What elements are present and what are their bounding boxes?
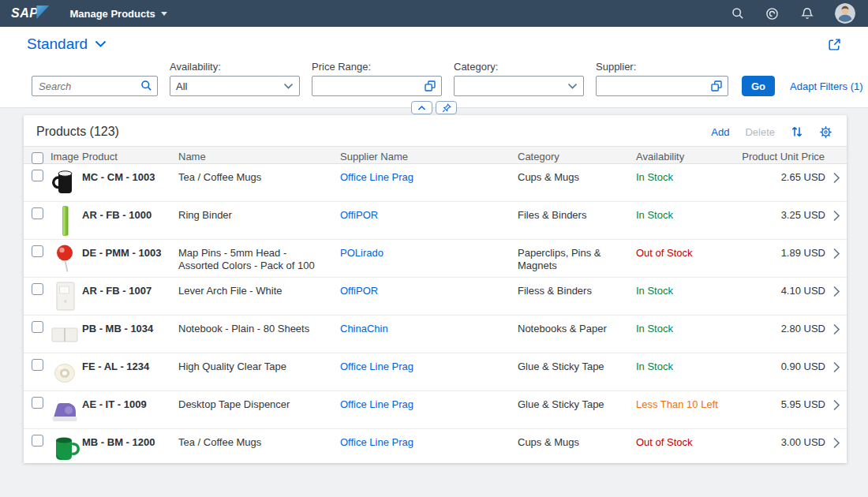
product-unit-price: 3.25 USD: [731, 202, 825, 239]
row-checkbox[interactable]: [32, 170, 43, 181]
product-image: [47, 240, 82, 277]
supplier-link[interactable]: Office Line Prag: [340, 398, 413, 410]
row-navigation-chevron-icon[interactable]: [825, 278, 847, 315]
availability-status: Out of Stock: [636, 240, 731, 277]
row-checkbox[interactable]: [32, 245, 43, 257]
table-row[interactable]: PB - MB - 1034Notebook - Plain - 80 Shee…: [24, 316, 847, 353]
product-unit-price: 1.89 USD: [731, 240, 825, 277]
column-header-product[interactable]: Product: [82, 151, 178, 163]
sort-icon[interactable]: [791, 125, 803, 138]
value-help-icon[interactable]: [711, 80, 722, 92]
column-header-price[interactable]: Product Unit Price: [731, 151, 847, 163]
product-category: Filess & Binders: [518, 278, 636, 315]
row-checkbox[interactable]: [32, 207, 43, 219]
row-checkbox[interactable]: [32, 283, 43, 295]
row-navigation-chevron-icon[interactable]: [825, 391, 847, 428]
supplier-link[interactable]: Office Line Prag: [340, 436, 413, 448]
row-checkbox[interactable]: [32, 397, 43, 409]
column-header-name[interactable]: Name: [178, 151, 340, 163]
row-checkbox[interactable]: [32, 435, 43, 447]
column-header-availability[interactable]: Availability: [636, 151, 731, 163]
table-title: Products (123): [36, 125, 119, 139]
product-name: High Quality Clear Tape: [178, 353, 340, 390]
product-id: AR - FB - 1007: [82, 278, 178, 315]
variant-selector[interactable]: Standard: [27, 36, 107, 53]
select-all-checkbox[interactable]: [32, 152, 43, 164]
product-unit-price: 4.10 USD: [731, 278, 825, 315]
search-icon[interactable]: [731, 7, 744, 21]
availability-status: Out of Stock: [636, 429, 731, 463]
availability-select[interactable]: All: [170, 76, 300, 96]
product-unit-price: 0.90 USD: [731, 353, 825, 390]
column-header-category[interactable]: Category: [518, 151, 636, 163]
share-icon[interactable]: [828, 38, 841, 51]
pin-filterbar-button[interactable]: [436, 101, 457, 114]
table-row[interactable]: AR - FB - 1007Lever Arch File - WhiteOff…: [24, 278, 847, 316]
row-navigation-chevron-icon[interactable]: [825, 202, 847, 239]
product-name: Ring Binder: [178, 202, 340, 239]
table-row[interactable]: AE - IT - 1009Desktop Tape DispencerOffi…: [24, 391, 847, 429]
copilot-icon[interactable]: [765, 7, 779, 21]
supplier-link[interactable]: POLirado: [340, 247, 383, 259]
adapt-filters-link[interactable]: Adapt Filters (1): [790, 80, 862, 92]
row-navigation-chevron-icon[interactable]: [825, 429, 847, 463]
search-input[interactable]: [32, 76, 158, 96]
product-name: Tea / Coffee Mugs: [178, 429, 340, 463]
supplier-input[interactable]: [596, 76, 728, 96]
value-help-icon[interactable]: [425, 80, 436, 92]
table-row[interactable]: AR - FB - 1000Ring BinderOffiPORFiles & …: [24, 202, 847, 240]
row-navigation-chevron-icon[interactable]: [825, 316, 847, 353]
product-image: [47, 202, 82, 239]
chevron-up-icon: [417, 105, 426, 111]
row-checkbox[interactable]: [32, 359, 43, 371]
price-range-input[interactable]: [312, 76, 442, 96]
search-field-icon[interactable]: [140, 80, 152, 95]
supplier-link[interactable]: Office Line Prag: [340, 361, 413, 372]
column-header-supplier[interactable]: Supplier Name: [340, 151, 518, 163]
product-category: Glue & Sticky Tape: [518, 391, 636, 428]
collapse-filterbar-button[interactable]: [411, 101, 432, 114]
notifications-bell-icon[interactable]: [800, 7, 814, 21]
product-category: Files & Binders: [518, 202, 636, 239]
settings-gear-icon[interactable]: [819, 125, 832, 139]
products-card: Products (123) Add Delete Image Product …: [24, 115, 847, 463]
product-image: [47, 164, 82, 201]
category-select[interactable]: [454, 76, 584, 96]
availability-status: In Stock: [636, 316, 731, 353]
product-name: Desktop Tape Dispencer: [178, 391, 340, 428]
table-row[interactable]: MC - CM - 1003Tea / Coffee MugsOffice Li…: [24, 164, 847, 202]
row-navigation-chevron-icon[interactable]: [825, 164, 847, 201]
variant-chevron-down-icon: [95, 40, 107, 48]
sap-logo-text: SAP: [11, 6, 38, 21]
product-name: Map Pins - 5mm Head - Assorted Colors - …: [178, 240, 340, 277]
app-title-menu[interactable]: Manage Products: [69, 8, 166, 20]
column-header-image[interactable]: Image: [47, 151, 82, 163]
supplier-link[interactable]: OffiPOR: [340, 285, 378, 297]
filter-bar: Availability: All Price Range: Category:…: [0, 58, 868, 108]
sap-logo[interactable]: SAP: [11, 6, 49, 21]
product-name: Lever Arch File - White: [178, 278, 340, 315]
product-id: AR - FB - 1000: [82, 202, 178, 239]
row-navigation-chevron-icon[interactable]: [825, 240, 847, 277]
product-id: MC - CM - 1003: [82, 164, 178, 201]
user-avatar[interactable]: [835, 3, 855, 24]
go-button[interactable]: Go: [742, 76, 775, 96]
product-category: Paperclips, Pins & Magnets: [518, 240, 636, 277]
table-row[interactable]: DE - PMM - 1003Map Pins - 5mm Head - Ass…: [24, 240, 847, 278]
product-id: PB - MB - 1034: [82, 316, 178, 353]
table-row[interactable]: FE - AL - 1234High Quality Clear TapeOff…: [24, 353, 847, 391]
table-row[interactable]: MB - BM - 1200Tea / Coffee MugsOffice Li…: [24, 429, 847, 463]
delete-button: Delete: [745, 126, 775, 138]
product-category: Glue & Sticky Tape: [518, 353, 636, 390]
table-body: MC - CM - 1003Tea / Coffee MugsOffice Li…: [24, 164, 847, 463]
supplier-link[interactable]: OffiPOR: [340, 209, 378, 221]
availability-status: Less Than 10 Left: [636, 391, 731, 428]
add-button[interactable]: Add: [711, 126, 729, 138]
product-unit-price: 2.80 USD: [731, 316, 825, 353]
supplier-link[interactable]: ChinaChin: [340, 323, 388, 334]
row-navigation-chevron-icon[interactable]: [825, 353, 847, 390]
supplier-link[interactable]: Office Line Prag: [340, 171, 413, 183]
product-id: FE - AL - 1234: [82, 353, 178, 390]
product-unit-price: 2.65 USD: [731, 164, 825, 201]
row-checkbox[interactable]: [32, 321, 43, 333]
